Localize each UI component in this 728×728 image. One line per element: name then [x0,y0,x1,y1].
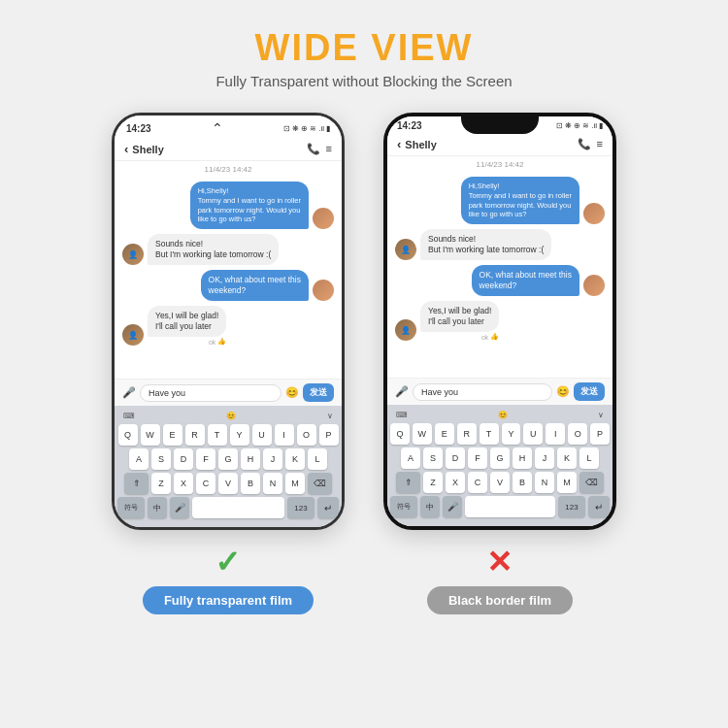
key-u[interactable]: U [252,424,272,446]
key-i[interactable]: I [275,424,294,446]
rkey-i[interactable]: I [546,423,565,445]
rkey-space[interactable] [465,496,555,517]
right-ok-label: ok👍 [420,333,499,341]
left-input-field[interactable]: Have you [140,384,281,402]
key-m[interactable]: M [285,473,305,494]
left-keyboard-smiley[interactable]: 😊 [226,412,236,420]
key-b[interactable]: B [241,473,260,494]
rkey-mic-bottom[interactable]: 🎤 [443,496,462,517]
rkey-v[interactable]: V [490,472,510,493]
right-back-arrow[interactable]: ‹ [397,137,401,151]
rkey-j[interactable]: J [535,447,554,469]
key-mic-bottom[interactable]: 🎤 [170,497,189,518]
key-r[interactable]: R [185,424,205,446]
key-e[interactable]: E [163,424,182,446]
rkey-m[interactable]: M [557,472,577,493]
rkey-z[interactable]: Z [423,472,443,493]
key-n[interactable]: N [263,473,282,494]
left-keyboard-top-bar: ⌨ 😊 ∨ [117,410,339,424]
rkey-o[interactable]: O [568,423,587,445]
key-t[interactable]: T [208,424,227,446]
left-emoji-icon[interactable]: 😊 [285,386,299,399]
key-d[interactable]: D [174,448,193,470]
left-contact-name: Shelly [132,144,163,155]
rkey-symbol[interactable]: 符号 [390,496,417,517]
rkey-n[interactable]: N [535,472,554,493]
right-status-icons: ⊡ ❋ ⊕ ≋ .il ▮ [556,121,603,130]
rkey-h[interactable]: H [513,447,532,469]
key-backspace[interactable]: ⌫ [308,473,332,494]
rkey-a[interactable]: A [401,447,420,469]
rkey-backspace[interactable]: ⌫ [579,472,604,493]
right-input-field[interactable]: Have you [413,383,552,401]
key-p[interactable]: P [319,424,339,446]
key-chinese[interactable]: 中 [148,497,167,518]
left-msg-3: OK, what about meet thisweekend? [201,270,309,301]
right-keyboard-icon: ⌨ [396,411,408,419]
rkey-f[interactable]: F [468,447,487,469]
rkey-k[interactable]: K [557,447,577,469]
key-j[interactable]: J [263,448,282,470]
key-shift[interactable]: ⇑ [124,473,149,494]
right-phone-icon[interactable]: 📞 [578,138,591,150]
key-x[interactable]: X [174,473,193,494]
rkey-u[interactable]: U [523,423,543,445]
key-g[interactable]: G [218,448,238,470]
key-y[interactable]: Y [230,424,249,446]
rkey-r[interactable]: R [457,423,477,445]
rkey-x[interactable]: X [446,472,465,493]
rkey-q[interactable]: Q [390,423,410,445]
left-mic-icon[interactable]: 🎤 [122,386,136,399]
rkey-p[interactable]: P [590,423,610,445]
key-symbol[interactable]: 符号 [117,497,145,518]
rkey-y[interactable]: Y [502,423,521,445]
rkey-b[interactable]: B [513,472,532,493]
rkey-w[interactable]: W [413,423,432,445]
rkey-g[interactable]: G [490,447,510,469]
left-phone-icon[interactable]: 📞 [307,143,320,155]
right-menu-icon[interactable]: ≡ [597,138,603,150]
right-emoji-icon[interactable]: 😊 [556,385,570,398]
right-status-time: 14:23 [397,120,422,131]
rkey-enter[interactable]: ↵ [588,496,610,517]
left-menu-icon[interactable]: ≡ [326,143,332,155]
key-space[interactable] [192,497,284,518]
key-w[interactable]: W [141,424,160,446]
rkey-shift[interactable]: ⇑ [396,472,420,493]
right-send-button[interactable]: 发送 [574,382,605,401]
key-s[interactable]: S [151,448,171,470]
left-send-button[interactable]: 发送 [303,383,334,402]
rkey-d[interactable]: D [446,447,465,469]
rkey-l[interactable]: L [579,447,599,469]
key-l[interactable]: L [308,448,327,470]
key-a[interactable]: A [129,448,149,470]
right-avatar-right-3 [583,275,605,296]
right-mic-icon[interactable]: 🎤 [395,385,409,398]
left-keyboard-icon: ⌨ [123,412,135,420]
key-q[interactable]: Q [118,424,138,446]
key-c[interactable]: C [196,473,215,494]
key-o[interactable]: O [297,424,316,446]
left-back-arrow[interactable]: ‹ [124,142,128,156]
rkey-e[interactable]: E [435,423,454,445]
rkey-numbers[interactable]: 123 [558,496,585,517]
key-h[interactable]: H [241,448,260,470]
left-phone-label: Fully transparent film [143,586,314,614]
page-subtitle: Fully Transparent without Blocking the S… [215,73,512,89]
key-k[interactable]: K [285,448,305,470]
key-numbers[interactable]: 123 [287,497,314,518]
right-keyboard-smiley[interactable]: 😊 [498,411,508,419]
key-f[interactable]: F [196,448,215,470]
rkey-chinese[interactable]: 中 [420,496,440,517]
key-v[interactable]: V [218,473,238,494]
rkey-c[interactable]: C [468,472,487,493]
right-msg-4-container: Yes,I will be glad!I'll call you later o… [420,301,499,341]
rkey-t[interactable]: T [480,423,499,445]
right-phone-screen: 14:23 ⊡ ❋ ⊕ ≋ .il ▮ ‹ Shelly [387,116,612,526]
key-enter[interactable]: ↵ [317,497,339,518]
rkey-s[interactable]: S [423,447,443,469]
left-keyboard-chevron[interactable]: ∨ [327,412,333,420]
right-keyboard-chevron[interactable]: ∨ [598,411,604,419]
key-z[interactable]: Z [151,473,171,494]
left-phone-label-area: ✓ Fully transparent film [143,544,314,614]
